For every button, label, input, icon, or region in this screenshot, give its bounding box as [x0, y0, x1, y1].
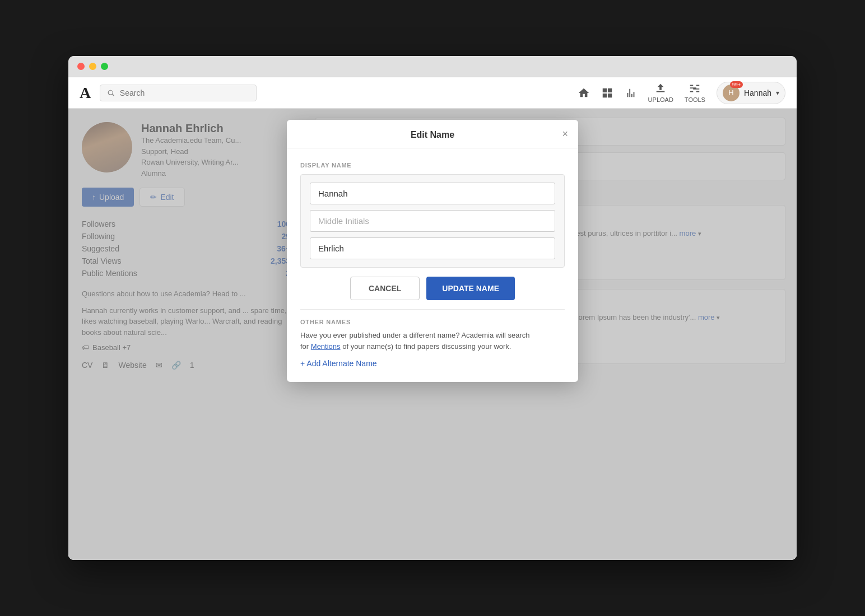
search-icon: [107, 88, 115, 97]
add-alternate-button[interactable]: + Add Alternate Name: [300, 359, 377, 368]
user-name: Hannah: [744, 88, 771, 97]
fullscreen-button[interactable]: [101, 63, 108, 70]
nav-bar: A UPLOAD TOOLS: [68, 77, 797, 109]
last-name-input[interactable]: [310, 237, 555, 259]
middle-initials-input[interactable]: [310, 210, 555, 232]
search-box: [100, 85, 257, 101]
modal-divider: [300, 309, 565, 310]
nav-icons: UPLOAD TOOLS H 99+ Hannah ▾: [578, 82, 785, 104]
close-button[interactable]: [77, 63, 85, 70]
title-bar: [68, 56, 797, 77]
update-name-button[interactable]: UPDATE NAME: [426, 277, 515, 300]
notification-badge: 99+: [730, 81, 743, 88]
nav-grid-icon[interactable]: [601, 87, 613, 99]
chevron-down-icon: ▾: [776, 89, 779, 97]
modal-overlay[interactable]: Edit Name × DISPLAY NAME CANCEL UPDATE N…: [68, 109, 797, 560]
modal-header: Edit Name ×: [287, 120, 578, 148]
logo[interactable]: A: [80, 84, 91, 102]
upload-nav-button[interactable]: UPLOAD: [648, 82, 673, 103]
display-name-label: DISPLAY NAME: [300, 162, 565, 169]
nav-home-icon[interactable]: [578, 87, 590, 99]
other-names-section: OTHER NAMES Have you ever published unde…: [300, 319, 565, 368]
modal-buttons: CANCEL UPDATE NAME: [300, 277, 565, 300]
modal-close-button[interactable]: ×: [562, 128, 568, 140]
edit-name-modal: Edit Name × DISPLAY NAME CANCEL UPDATE N…: [287, 120, 578, 382]
search-input[interactable]: [120, 88, 249, 97]
nav-analytics-icon[interactable]: [625, 87, 637, 99]
upload-label: UPLOAD: [648, 96, 673, 103]
main-content: Hannah Ehrlich The Academia.edu Team, Cu…: [68, 109, 797, 560]
modal-title: Edit Name: [411, 130, 454, 140]
modal-body: DISPLAY NAME CANCEL UPDATE NAME OTHER NA…: [287, 148, 578, 382]
minimize-button[interactable]: [89, 63, 96, 70]
tools-nav-button[interactable]: TOOLS: [685, 82, 705, 103]
first-name-input[interactable]: [310, 183, 555, 204]
tools-label: TOOLS: [685, 96, 705, 103]
other-names-desc: Have you ever published under a differen…: [300, 330, 565, 352]
cancel-button[interactable]: CANCEL: [350, 277, 420, 300]
avatar: H 99+: [723, 85, 740, 101]
user-menu[interactable]: H 99+ Hannah ▾: [717, 82, 785, 104]
display-name-box: [300, 174, 565, 268]
mentions-link[interactable]: Mentions: [311, 342, 341, 351]
other-names-label: OTHER NAMES: [300, 319, 565, 325]
